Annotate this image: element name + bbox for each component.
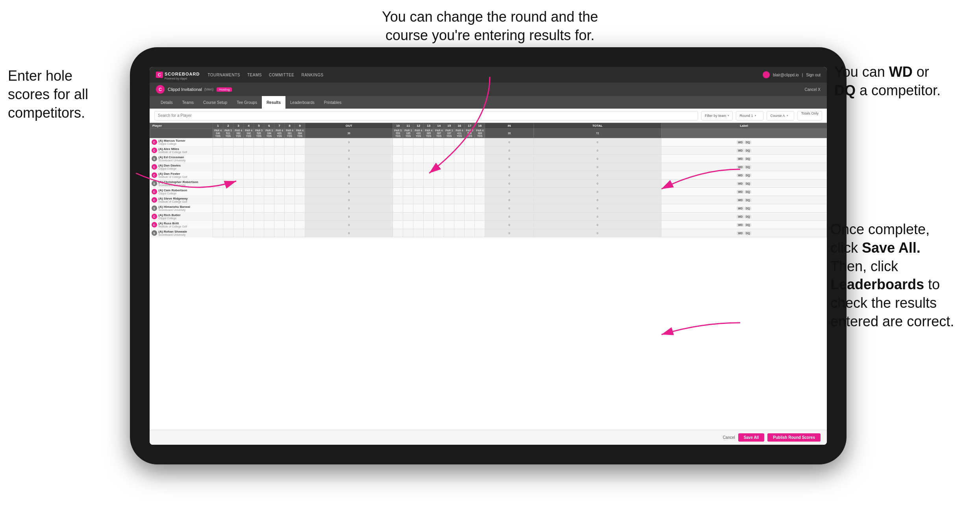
hole-8-cell[interactable]	[285, 179, 295, 188]
hole-7-cell[interactable]	[274, 179, 285, 188]
hole-12-input[interactable]	[413, 222, 423, 227]
hole-18-input[interactable]	[475, 222, 485, 227]
hole-5-cell[interactable]	[254, 229, 264, 237]
hole-13-input[interactable]	[424, 214, 433, 219]
hole-4-cell[interactable]	[244, 179, 254, 188]
hole-1-input[interactable]	[213, 181, 223, 186]
hole-14-cell[interactable]	[434, 188, 444, 196]
hole-13-cell[interactable]	[424, 196, 434, 204]
hole-8-cell[interactable]	[285, 155, 295, 163]
hole-12-input[interactable]	[413, 181, 423, 186]
hole-13-input[interactable]	[424, 148, 433, 153]
hole-15-input[interactable]	[444, 140, 454, 145]
hole-8-cell[interactable]	[285, 213, 295, 221]
hole-9-input[interactable]	[295, 156, 305, 161]
hole-7-cell[interactable]	[274, 155, 285, 163]
dq-button[interactable]: DQ	[745, 231, 751, 235]
hole-8-input[interactable]	[285, 156, 295, 161]
hole-15-input[interactable]	[444, 165, 454, 170]
hole-3-cell[interactable]	[233, 213, 244, 221]
hole-3-cell[interactable]	[233, 179, 244, 188]
hole-11-input[interactable]	[403, 156, 413, 161]
hole-11-cell[interactable]	[403, 188, 413, 196]
hole-9-cell[interactable]	[295, 229, 305, 237]
hole-5-cell[interactable]	[254, 163, 264, 171]
hole-6-cell[interactable]	[264, 155, 274, 163]
hole-1-input[interactable]	[213, 173, 223, 178]
hole-3-input[interactable]	[233, 156, 243, 161]
hole-12-cell[interactable]	[413, 213, 424, 221]
hole-7-cell[interactable]	[274, 171, 285, 179]
hole-1-cell[interactable]	[213, 188, 223, 196]
wd-button[interactable]: WD	[737, 141, 744, 144]
hole-5-cell[interactable]	[254, 171, 264, 179]
hole-2-cell[interactable]	[223, 138, 233, 146]
hole-11-input[interactable]	[403, 214, 413, 219]
hole-10-input[interactable]	[393, 156, 403, 161]
hole-9-input[interactable]	[295, 140, 305, 145]
cancel-button-sub[interactable]: Cancel X	[804, 87, 821, 92]
hole-2-cell[interactable]	[223, 146, 233, 155]
hole-5-input[interactable]	[254, 156, 264, 161]
hole-6-input[interactable]	[264, 181, 274, 186]
tab-course-setup[interactable]: Course Setup	[198, 96, 232, 109]
hole-3-input[interactable]	[233, 181, 243, 186]
hole-18-input[interactable]	[475, 231, 485, 236]
wd-button[interactable]: WD	[737, 190, 744, 194]
hole-1-input[interactable]	[213, 198, 223, 203]
hole-2-input[interactable]	[223, 206, 233, 211]
hole-4-input[interactable]	[244, 140, 254, 145]
hole-12-input[interactable]	[413, 198, 423, 203]
hole-15-cell[interactable]	[444, 163, 454, 171]
hole-11-input[interactable]	[403, 173, 413, 178]
hole-17-cell[interactable]	[465, 155, 475, 163]
hole-16-input[interactable]	[454, 181, 464, 186]
hole-5-cell[interactable]	[254, 213, 264, 221]
hole-11-input[interactable]	[403, 206, 413, 211]
hole-18-cell[interactable]	[475, 188, 485, 196]
hole-4-cell[interactable]	[244, 155, 254, 163]
hole-12-input[interactable]	[413, 231, 423, 236]
hole-13-cell[interactable]	[424, 204, 434, 213]
hole-18-input[interactable]	[475, 198, 485, 203]
hole-15-cell[interactable]	[444, 204, 454, 213]
hole-14-cell[interactable]	[434, 179, 444, 188]
hole-8-cell[interactable]	[285, 229, 295, 237]
hole-10-input[interactable]	[393, 189, 403, 194]
hole-1-cell[interactable]	[213, 204, 223, 213]
hole-14-input[interactable]	[434, 181, 444, 186]
hole-5-input[interactable]	[254, 173, 264, 178]
hole-2-input[interactable]	[223, 148, 233, 153]
hole-10-cell[interactable]	[393, 138, 403, 146]
hole-1-input[interactable]	[213, 165, 223, 170]
dq-button[interactable]: DQ	[745, 174, 751, 177]
hole-11-input[interactable]	[403, 148, 413, 153]
wd-button[interactable]: WD	[737, 207, 744, 210]
hole-13-input[interactable]	[424, 189, 433, 194]
hole-18-cell[interactable]	[475, 229, 485, 237]
hole-8-cell[interactable]	[285, 188, 295, 196]
wd-button[interactable]: WD	[737, 231, 744, 235]
dq-button[interactable]: DQ	[745, 223, 751, 227]
hole-18-cell[interactable]	[475, 221, 485, 229]
hole-16-cell[interactable]	[454, 138, 465, 146]
hole-17-input[interactable]	[465, 156, 474, 161]
hole-9-input[interactable]	[295, 148, 305, 153]
hole-17-cell[interactable]	[465, 221, 475, 229]
dq-button[interactable]: DQ	[745, 165, 751, 169]
hole-8-cell[interactable]	[285, 204, 295, 213]
hole-2-cell[interactable]	[223, 229, 233, 237]
hole-5-cell[interactable]	[254, 179, 264, 188]
hole-4-cell[interactable]	[244, 204, 254, 213]
hole-15-cell[interactable]	[444, 146, 454, 155]
hole-13-cell[interactable]	[424, 171, 434, 179]
hole-1-input[interactable]	[213, 148, 223, 153]
hole-9-cell[interactable]	[295, 179, 305, 188]
hole-6-input[interactable]	[264, 165, 274, 170]
hole-9-input[interactable]	[295, 165, 305, 170]
hole-1-input[interactable]	[213, 222, 223, 227]
hole-5-input[interactable]	[254, 148, 264, 153]
hole-7-input[interactable]	[274, 222, 284, 227]
hole-15-cell[interactable]	[444, 188, 454, 196]
hole-16-input[interactable]	[454, 206, 464, 211]
